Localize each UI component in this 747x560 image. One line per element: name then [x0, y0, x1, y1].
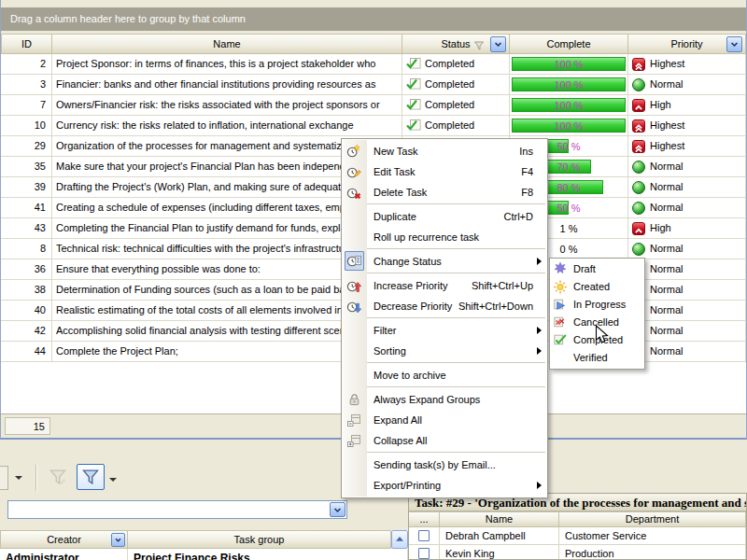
- submenu-item[interactable]: Draft: [550, 260, 644, 278]
- resource-row[interactable]: Debrah Campbell Customer Service: [409, 527, 746, 545]
- menu-item[interactable]: Always Expand Groups: [342, 389, 547, 410]
- priority-highest-icon: [632, 58, 645, 71]
- menu-item[interactable]: Collapse All: [342, 430, 547, 451]
- column-header-department[interactable]: Department: [559, 511, 746, 527]
- cell-priority: Normal: [628, 301, 746, 320]
- priority-normal-icon: [632, 161, 645, 174]
- toolbar-separator: [35, 465, 37, 491]
- task-new-icon: [346, 144, 361, 159]
- submenu-arrow-icon: [537, 347, 542, 355]
- column-header-id[interactable]: ID: [1, 34, 52, 54]
- resource-checkbox[interactable]: [418, 530, 430, 541]
- cell-priority: High: [628, 218, 746, 238]
- complete-label: 100 %: [512, 77, 626, 91]
- cell-priority: Normal: [628, 280, 746, 300]
- cell-id: 40: [1, 301, 52, 320]
- table-row[interactable]: 7 Owners/Financier risk: the risks assoc…: [1, 95, 746, 116]
- column-header-status[interactable]: Status: [402, 34, 510, 54]
- progress-bar: 100 %: [512, 57, 626, 71]
- submenu-items: Draft Created In Progress Cancelled Comp…: [550, 260, 644, 367]
- column-header-name[interactable]: Name: [52, 34, 402, 54]
- cell-name: Project Sponsor: in terms of finances, t…: [52, 54, 402, 74]
- menu-item[interactable]: Increase Priority Shift+Ctrl+Up: [342, 275, 547, 296]
- column-header-resource-name[interactable]: Name: [440, 511, 559, 527]
- menu-shortcut: Shift+Ctrl+Up: [472, 275, 533, 296]
- submenu-item[interactable]: In Progress: [550, 296, 644, 314]
- menu-item[interactable]: Sorting: [342, 341, 547, 361]
- table-row[interactable]: 3 Financier: banks and other financial i…: [1, 75, 746, 95]
- cell-priority: Normal: [628, 259, 746, 279]
- menu-item[interactable]: Expand All: [342, 410, 547, 430]
- cell-priority: Normal: [628, 321, 746, 341]
- menu-separator: [344, 203, 545, 204]
- column-header-task-group[interactable]: Task group: [128, 530, 391, 549]
- change-status-submenu: Draft Created In Progress Cancelled Comp…: [549, 258, 645, 370]
- created-icon: [553, 279, 568, 294]
- column-header-creator[interactable]: Creator: [0, 530, 128, 549]
- table-row[interactable]: 10 Currency risk: the risks related to i…: [1, 116, 746, 136]
- creator-row[interactable]: Administrator Project Finance Risks: [0, 549, 408, 560]
- priority-normal-icon: [632, 181, 645, 194]
- menu-item[interactable]: Change Status: [342, 251, 547, 272]
- menu-item[interactable]: Edit Task F4: [342, 161, 547, 182]
- filter-toolbar: [0, 463, 205, 495]
- menu-item[interactable]: Roll up recurrence task: [342, 227, 547, 247]
- clipped-toolbar-button[interactable]: [0, 466, 8, 490]
- status-filter-dropdown-icon[interactable]: [490, 36, 506, 52]
- combo-dropdown-icon[interactable]: [330, 502, 345, 517]
- change-status-icon: [345, 251, 364, 271]
- draft-icon: [553, 261, 568, 276]
- cell-id: 44: [1, 342, 52, 361]
- mouse-cursor: [595, 325, 610, 345]
- menu-item[interactable]: Duplicate Ctrl+D: [342, 206, 547, 227]
- menu-item[interactable]: Sending task(s) by Email...: [342, 455, 547, 475]
- menu-item[interactable]: New Task Ins: [342, 141, 547, 161]
- cell-id: 41: [1, 198, 52, 217]
- completed-status-icon: [405, 57, 422, 71]
- filter-icon[interactable]: [77, 464, 105, 490]
- group-by-bar[interactable]: Drag a column header here to group by th…: [1, 7, 746, 31]
- cell-id: 43: [1, 218, 52, 238]
- lock-icon: [346, 392, 361, 407]
- column-header-checkbox[interactable]: ...: [409, 511, 440, 527]
- resource-row[interactable]: Kevin King Production: [409, 545, 746, 560]
- cell-department: Customer Service: [559, 527, 746, 544]
- column-header-priority[interactable]: Priority: [628, 34, 746, 54]
- cell-id: 2: [1, 54, 52, 74]
- column-header-complete[interactable]: Complete: [510, 34, 628, 54]
- menu-item[interactable]: Decrease Priority Shift+Ctrl+Down: [342, 296, 547, 316]
- table-row[interactable]: 2 Project Sponsor: in terms of finances,…: [1, 54, 746, 75]
- menu-item[interactable]: Filter: [342, 320, 547, 341]
- submenu-arrow-icon: [537, 327, 542, 334]
- resource-checkbox[interactable]: [418, 548, 430, 559]
- priority-high-icon: [632, 99, 645, 112]
- filter-combo-box[interactable]: [7, 500, 347, 519]
- cell-priority: Highest: [628, 116, 746, 135]
- priority-high-icon: [632, 222, 645, 235]
- progress-bar: 100 %: [512, 77, 626, 91]
- filter-dropdown-caret-icon[interactable]: [109, 478, 117, 482]
- submenu-item[interactable]: Verified: [550, 349, 644, 367]
- cell-priority: Normal: [628, 75, 746, 94]
- priority-filter-dropdown-icon[interactable]: [726, 36, 742, 52]
- submenu-item[interactable]: Created: [550, 278, 644, 296]
- scroll-up-icon[interactable]: [391, 530, 408, 549]
- menu-item[interactable]: Move to archive: [342, 365, 547, 385]
- cell-status: Completed: [402, 75, 510, 94]
- resources-rows: Debrah Campbell Customer Service Kevin K…: [409, 527, 746, 560]
- cell-task-group: Project Finance Risks: [128, 549, 408, 560]
- filter-edit-icon[interactable]: [45, 465, 71, 490]
- in-progress-icon: [553, 297, 568, 312]
- cell-priority: Normal: [628, 157, 746, 176]
- cell-priority: Normal: [628, 177, 746, 197]
- priority-normal-icon: [632, 78, 645, 91]
- cell-id: 8: [1, 239, 52, 259]
- menu-item[interactable]: Delete Task F8: [342, 182, 547, 203]
- complete-label: 100 %: [512, 57, 626, 71]
- menu-shortcut: Ins: [519, 141, 533, 161]
- menu-item[interactable]: Export/Printing: [342, 475, 547, 496]
- dropdown-caret-icon[interactable]: [15, 476, 22, 480]
- creator-filter-dropdown-icon[interactable]: [111, 533, 125, 547]
- cell-id: 38: [1, 280, 52, 300]
- progress-bar: 100 %: [512, 98, 626, 112]
